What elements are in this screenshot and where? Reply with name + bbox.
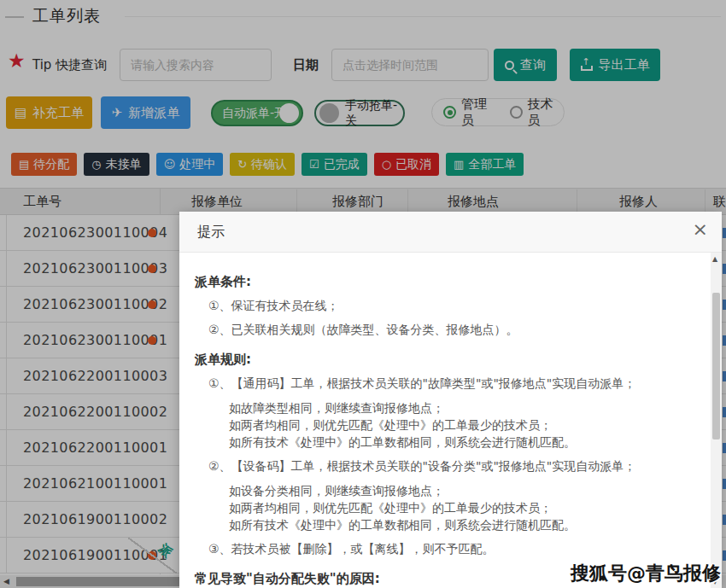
rule-line: ②、【设备码】工单，根据技术员关联的"设备分类"或"报修地点"实现自动派单；: [195, 457, 704, 474]
condition-line: ②、已关联相关规则（故障类型、设备分类、报修地点）。: [195, 321, 704, 338]
rule-line: ①、【通用码】工单，根据技术员关联的"故障类型"或"报修地点"实现自动派单；: [195, 375, 704, 392]
condition-line: ①、保证有技术员在线；: [195, 297, 704, 314]
dispatch-rules-dialog: 提示 × 派单条件: ①、保证有技术员在线； ②、已关联相关规则（故障类型、设备…: [179, 212, 722, 588]
dialog-body: 派单条件: ①、保证有技术员在线； ②、已关联相关规则（故障类型、设备分类、报修…: [179, 253, 711, 588]
rule-subline: 如所有技术《处理中》的工单数都相同，则系统会进行随机匹配。: [195, 516, 704, 533]
rule-subline: 如所有技术《处理中》的工单数都相同，则系统会进行随机匹配。: [195, 434, 704, 451]
dispatch-rules-heading: 派单规则:: [195, 351, 704, 368]
dialog-scrollbar[interactable]: ▲ ▼: [711, 253, 722, 588]
rule-line: ③、若技术员被【删除】，或【离线】，则不予匹配。: [195, 540, 704, 557]
dialog-scroll-thumb[interactable]: [712, 293, 720, 440]
dispatch-conditions-heading: 派单条件:: [195, 273, 704, 290]
scroll-up-icon[interactable]: ▲: [712, 255, 717, 263]
dialog-header: 提示 ×: [179, 212, 722, 253]
rule-subline: 如两者均相同，则优先匹配《处理中》的工单最少的技术员；: [195, 416, 704, 434]
rule-subline: 如故障类型相同，则继续查询报修地点；: [195, 399, 704, 416]
watermark: 搜狐号@青鸟报修云: [571, 561, 726, 588]
rule-subline: 如设备分类相同，则继续查询报修地点；: [195, 482, 704, 499]
work-order-list-screen: 工单列表 ★ Tip 快捷查询 请输入搜索内容 日期 点击选择时间范围 查询 ↑…: [0, 0, 726, 588]
rule-subline: 如两者均相同，则优先匹配《处理中》的工单最少的技术员；: [195, 499, 704, 516]
close-icon[interactable]: ×: [693, 220, 708, 239]
dialog-title: 提示: [197, 224, 225, 242]
